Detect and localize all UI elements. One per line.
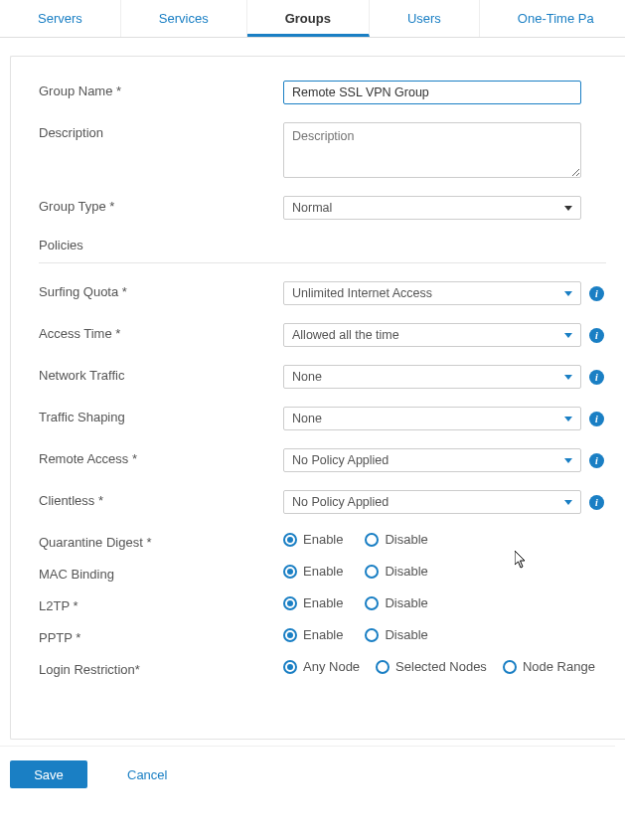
quarantine-enable-radio[interactable]: Enable bbox=[283, 532, 343, 547]
tab-servers[interactable]: Servers bbox=[0, 0, 121, 37]
network-traffic-label: Network Traffic bbox=[39, 365, 283, 383]
radio-icon bbox=[365, 628, 379, 642]
clientless-value: No Policy Applied bbox=[292, 495, 389, 509]
mac-enable-radio[interactable]: Enable bbox=[283, 564, 343, 579]
surfing-quota-select[interactable]: Unlimited Internet Access bbox=[283, 281, 581, 305]
pptp-enable-radio[interactable]: Enable bbox=[283, 627, 343, 642]
group-type-select[interactable]: Normal bbox=[283, 196, 581, 220]
l2tp-label: L2TP * bbox=[39, 595, 283, 613]
group-name-input[interactable] bbox=[283, 81, 581, 104]
policies-section-title: Policies bbox=[39, 238, 606, 263]
access-time-label: Access Time * bbox=[39, 323, 283, 341]
clientless-label: Clientless * bbox=[39, 490, 283, 508]
info-icon[interactable]: i bbox=[589, 412, 604, 426]
quarantine-disable-radio[interactable]: Disable bbox=[365, 532, 427, 547]
group-name-label: Group Name * bbox=[39, 81, 283, 98]
chevron-down-icon bbox=[564, 458, 572, 463]
chevron-down-icon bbox=[564, 291, 572, 296]
radio-icon bbox=[365, 596, 379, 610]
l2tp-enable-radio[interactable]: Enable bbox=[283, 595, 343, 610]
access-time-value: Allowed all the time bbox=[292, 328, 399, 342]
mac-disable-radio[interactable]: Disable bbox=[365, 564, 427, 579]
radio-label: Enable bbox=[303, 532, 343, 547]
radio-label: Enable bbox=[303, 595, 343, 610]
form-panel: Group Name * Description Group Type * No… bbox=[10, 56, 625, 740]
chevron-down-icon bbox=[564, 417, 572, 421]
info-icon[interactable]: i bbox=[589, 495, 604, 510]
description-label: Description bbox=[39, 122, 283, 140]
chevron-down-icon bbox=[564, 375, 572, 380]
radio-icon bbox=[283, 533, 297, 547]
radio-label: Disable bbox=[385, 595, 427, 610]
login-selected-nodes-radio[interactable]: Selected Nodes bbox=[376, 659, 487, 674]
radio-label: Node Range bbox=[523, 659, 595, 674]
description-textarea[interactable] bbox=[283, 122, 581, 178]
group-type-value: Normal bbox=[292, 201, 332, 215]
radio-icon bbox=[283, 565, 297, 579]
pptp-disable-radio[interactable]: Disable bbox=[365, 627, 427, 642]
cancel-button[interactable]: Cancel bbox=[127, 767, 167, 782]
tab-otp[interactable]: One-Time Pa bbox=[480, 0, 625, 37]
radio-label: Disable bbox=[385, 564, 427, 579]
chevron-down-icon bbox=[564, 333, 572, 338]
radio-label: Selected Nodes bbox=[395, 659, 487, 674]
chevron-down-icon bbox=[564, 500, 572, 505]
footer: Save Cancel bbox=[0, 746, 615, 802]
l2tp-disable-radio[interactable]: Disable bbox=[365, 595, 427, 610]
radio-icon bbox=[283, 628, 297, 642]
traffic-shaping-select[interactable]: None bbox=[283, 407, 581, 430]
login-restriction-label: Login Restriction* bbox=[39, 659, 283, 677]
surfing-quota-value: Unlimited Internet Access bbox=[292, 286, 432, 300]
access-time-select[interactable]: Allowed all the time bbox=[283, 323, 581, 347]
radio-label: Enable bbox=[303, 627, 343, 642]
login-node-range-radio[interactable]: Node Range bbox=[503, 659, 595, 674]
group-type-label: Group Type * bbox=[39, 196, 283, 214]
radio-icon bbox=[283, 660, 297, 674]
radio-icon bbox=[503, 660, 517, 674]
traffic-shaping-label: Traffic Shaping bbox=[39, 407, 283, 424]
radio-icon bbox=[365, 565, 379, 579]
remote-access-label: Remote Access * bbox=[39, 448, 283, 466]
radio-icon bbox=[376, 660, 390, 674]
radio-icon bbox=[283, 596, 297, 610]
mac-binding-label: MAC Binding bbox=[39, 564, 283, 582]
pptp-label: PPTP * bbox=[39, 627, 283, 645]
info-icon[interactable]: i bbox=[589, 328, 604, 343]
info-icon[interactable]: i bbox=[589, 286, 604, 301]
network-traffic-select[interactable]: None bbox=[283, 365, 581, 389]
quarantine-label: Quarantine Digest * bbox=[39, 532, 283, 550]
clientless-select[interactable]: No Policy Applied bbox=[283, 490, 581, 514]
radio-label: Enable bbox=[303, 564, 343, 579]
radio-label: Disable bbox=[385, 627, 427, 642]
remote-access-select[interactable]: No Policy Applied bbox=[283, 448, 581, 472]
login-any-node-radio[interactable]: Any Node bbox=[283, 659, 360, 674]
radio-icon bbox=[365, 533, 379, 547]
remote-access-value: No Policy Applied bbox=[292, 453, 389, 467]
tab-groups[interactable]: Groups bbox=[247, 0, 370, 37]
save-button[interactable]: Save bbox=[10, 760, 87, 788]
tab-services[interactable]: Services bbox=[121, 0, 247, 37]
traffic-shaping-value: None bbox=[292, 412, 322, 425]
info-icon[interactable]: i bbox=[589, 453, 604, 468]
surfing-quota-label: Surfing Quota * bbox=[39, 281, 283, 299]
tab-bar: Servers Services Groups Users One-Time P… bbox=[0, 0, 625, 38]
info-icon[interactable]: i bbox=[589, 370, 604, 385]
radio-label: Disable bbox=[385, 532, 427, 547]
chevron-down-icon bbox=[564, 206, 572, 211]
tab-users[interactable]: Users bbox=[370, 0, 480, 37]
network-traffic-value: None bbox=[292, 370, 322, 384]
radio-label: Any Node bbox=[303, 659, 360, 674]
